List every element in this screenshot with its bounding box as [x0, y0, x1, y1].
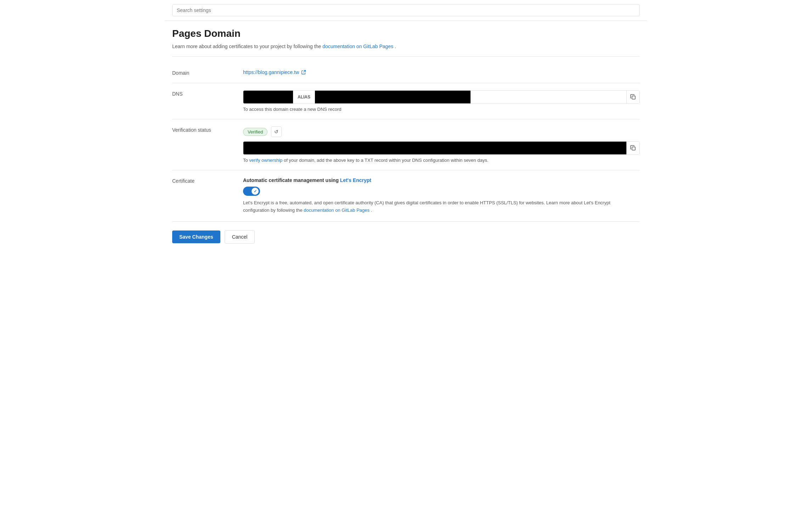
- actions-row: Save Changes Cancel: [172, 222, 640, 244]
- certificate-row: Certificate Automatic certificate manage…: [172, 170, 640, 222]
- certificate-content: Automatic certificate management using L…: [243, 177, 640, 214]
- verification-content: Verified ↺ To verify: [243, 126, 640, 163]
- dns-content: ALIAS To access this domain create a new…: [243, 90, 640, 112]
- refresh-verification-button[interactable]: ↺: [271, 126, 282, 137]
- dns-hint: To access this domain create a new DNS r…: [243, 107, 640, 112]
- verification-row: Verification status Verified ↺: [172, 119, 640, 170]
- domain-link[interactable]: https://blog.gannipiece.tw: [243, 69, 306, 75]
- dns-row: DNS ALIAS To access this domain create a…: [172, 83, 640, 119]
- copy-icon-2: [630, 145, 636, 151]
- page-title: Pages Domain: [172, 28, 640, 39]
- certificate-description: Let's Encrypt is a free, automated, and …: [243, 199, 633, 214]
- verification-key-container: [243, 141, 640, 155]
- gitlab-pages-cert-doc-link[interactable]: documentation on GitLab Pages: [304, 207, 370, 213]
- dns-prefix: [243, 91, 293, 103]
- domain-row: Domain https://blog.gannipiece.tw: [172, 62, 640, 83]
- lets-encrypt-toggle[interactable]: ✓: [243, 187, 260, 196]
- dns-field-container: ALIAS: [243, 90, 640, 104]
- lets-encrypt-toggle-container: ✓: [243, 187, 640, 196]
- divider-top: [172, 56, 640, 57]
- gitlab-pages-doc-link[interactable]: documentation on GitLab Pages: [322, 44, 393, 49]
- svg-rect-1: [632, 147, 635, 150]
- page-description: Learn more about adding certificates to …: [172, 44, 640, 49]
- dns-value: [315, 91, 470, 103]
- dns-label: DNS: [172, 90, 243, 97]
- cancel-button[interactable]: Cancel: [225, 230, 255, 244]
- verification-hint: To verify ownership of your domain, add …: [243, 158, 640, 163]
- verify-ownership-link[interactable]: verify ownership: [249, 158, 282, 163]
- lets-encrypt-link[interactable]: Let's Encrypt: [340, 177, 371, 183]
- toggle-check-icon: ✓: [254, 189, 257, 194]
- certificate-label: Certificate: [172, 177, 243, 184]
- verification-status-row: Verified ↺: [243, 126, 640, 137]
- svg-rect-0: [632, 96, 635, 99]
- copy-icon: [630, 94, 636, 100]
- verification-key-copy-button[interactable]: [626, 142, 639, 154]
- refresh-icon: ↺: [274, 129, 278, 135]
- dns-input-end: [470, 91, 626, 103]
- domain-content: https://blog.gannipiece.tw: [243, 69, 640, 75]
- verification-label: Verification status: [172, 126, 243, 133]
- search-input[interactable]: [172, 4, 640, 16]
- dns-copy-button[interactable]: [626, 91, 639, 103]
- toggle-knob: ✓: [252, 188, 259, 195]
- verified-badge: Verified: [243, 128, 267, 136]
- save-changes-button[interactable]: Save Changes: [172, 231, 220, 243]
- external-link-icon: [301, 70, 306, 75]
- dns-type-badge: ALIAS: [293, 91, 315, 103]
- toggle-slider: ✓: [243, 187, 260, 196]
- verification-key-value: [243, 142, 626, 154]
- certificate-title: Automatic certificate management using L…: [243, 177, 640, 183]
- domain-label: Domain: [172, 69, 243, 76]
